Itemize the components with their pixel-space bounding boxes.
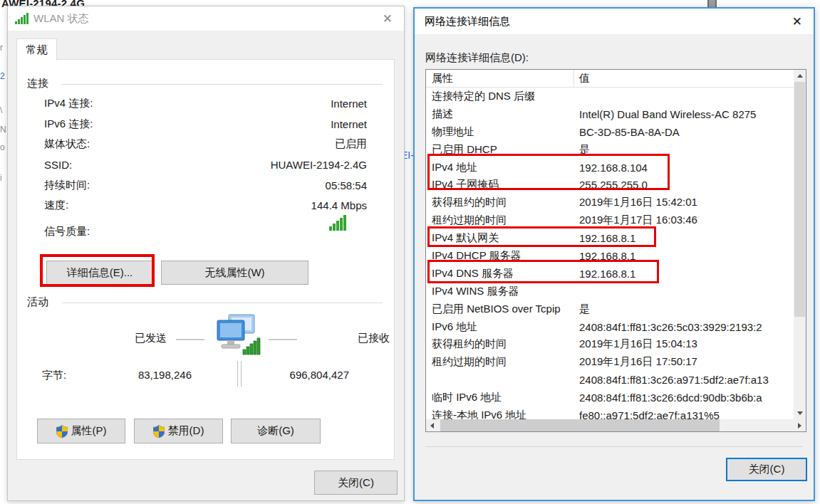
- column-header-value: 值: [574, 72, 590, 85]
- row-property: IPv4 DNS 服务器: [426, 267, 579, 280]
- close-icon[interactable]: ✕: [378, 11, 397, 26]
- status-value: HUAWEI-2194-2.4G: [271, 159, 367, 171]
- horizontal-scrollbar[interactable]: [426, 419, 806, 431]
- status-label: IPv6 连接:: [44, 117, 93, 131]
- status-row: SSID:HUAWEI-2194-2.4G: [44, 154, 367, 175]
- properties-button[interactable]: 属性(P): [37, 419, 125, 443]
- table-row[interactable]: 2408:84f1:ff81:3c26:a971:5df2:ae7f:a13: [426, 371, 794, 389]
- row-property: IPv6 地址: [426, 320, 579, 334]
- table-row[interactable]: IPv4 DHCP 服务器192.168.8.1: [426, 247, 794, 265]
- desktop: AWEI-2194-2.4G EI- r 2 \ N o i WLAN 状态 ✕…: [0, 0, 820, 504]
- details-list-rows: 连接特定的 DNS 后缀描述Intel(R) Dual Band Wireles…: [426, 88, 794, 419]
- row-property: 物理地址: [426, 125, 579, 139]
- row-property: IPv4 DHCP 服务器: [426, 249, 579, 263]
- close-button[interactable]: 关闭(C): [314, 471, 398, 495]
- row-value: 2019年1月16日 15:42:01: [579, 196, 794, 209]
- table-row[interactable]: 租约过期的时间2019年1月17日 16:03:46: [426, 211, 794, 229]
- tab-general[interactable]: 常规: [16, 38, 57, 61]
- status-label: 速度:: [44, 199, 68, 212]
- row-value: 192.168.8.1: [579, 268, 794, 280]
- vertical-scrollbar[interactable]: [794, 70, 806, 419]
- table-row[interactable]: IPv4 默认网关192.168.8.1: [426, 229, 794, 247]
- row-value: fe80::a971:5df2:ae7f:a131%5: [579, 409, 794, 419]
- uac-shield-icon: [56, 425, 68, 438]
- background-edge-fragment: i: [0, 173, 2, 183]
- table-row[interactable]: 描述Intel(R) Dual Band Wireless-AC 8275: [426, 105, 794, 123]
- wireless-properties-button[interactable]: 无线属性(W): [161, 261, 308, 285]
- row-property: 租约过期的时间: [426, 214, 579, 227]
- row-value: 192.168.8.104: [579, 162, 794, 174]
- vertical-scrollbar-thumb[interactable]: [794, 82, 805, 317]
- background-edge-fragment: \: [0, 105, 2, 115]
- table-row[interactable]: 获得租约的时间2019年1月16日 15:42:01: [426, 194, 794, 211]
- row-value: Intel(R) Dual Band Wireless-AC 8275: [579, 108, 794, 120]
- table-row[interactable]: 连接特定的 DNS 后缀: [426, 88, 794, 105]
- table-row[interactable]: IPv6 地址2408:84f1:ff81:3c26:5c03:3929:219…: [426, 318, 794, 336]
- diagnose-button-label: 诊断(G): [257, 424, 294, 438]
- details-list-label: 网络连接详细信息(D):: [425, 51, 529, 65]
- bytes-received-value: 696,804,427: [242, 369, 349, 381]
- status-value: Internet: [331, 118, 367, 130]
- wlan-dialog-title: WLAN 状态: [33, 12, 378, 26]
- table-row[interactable]: 租约过期的时间2019年1月16日 17:50:17: [426, 353, 794, 371]
- properties-button-label: 属性(P): [71, 424, 107, 438]
- connection-group-label: 连接: [27, 77, 48, 90]
- close-icon[interactable]: ✕: [788, 14, 806, 29]
- table-row[interactable]: IPv4 WINS 服务器: [426, 283, 794, 300]
- column-header-property: 属性: [426, 70, 574, 87]
- status-value: 已启用: [335, 137, 367, 151]
- group-separator: [62, 84, 383, 85]
- details-listbox[interactable]: 属性 值 连接特定的 DNS 后缀描述Intel(R) Dual Band Wi…: [425, 69, 806, 432]
- scroll-down-arrow[interactable]: [794, 407, 806, 419]
- row-value: 192.168.8.1: [579, 250, 794, 262]
- status-row: 媒体状态:已启用: [44, 134, 367, 154]
- table-row[interactable]: 物理地址BC-3D-85-BA-8A-DA: [426, 123, 794, 141]
- background-edge-fragment: o: [0, 142, 5, 152]
- row-property: 已启用 NetBIOS over Tcpip: [426, 303, 579, 316]
- signal-quality-icon: [329, 215, 346, 233]
- diagnose-button[interactable]: 诊断(G): [231, 419, 321, 443]
- table-row[interactable]: IPv4 地址192.168.8.104: [426, 159, 794, 177]
- signal-quality-label: 信号质量:: [44, 225, 90, 238]
- details-dialog-titlebar: 网络连接详细信息 ✕: [415, 9, 814, 34]
- received-label: 已接收: [358, 332, 390, 345]
- scroll-up-arrow[interactable]: [794, 70, 806, 82]
- network-computers-icon: [212, 314, 263, 361]
- group-separator: [62, 303, 383, 303]
- status-value: 05:58:54: [326, 179, 367, 191]
- table-row[interactable]: 获得租约的时间2019年1月16日 15:04:13: [426, 335, 794, 353]
- table-row[interactable]: 临时 IPv6 地址2408:84f1:ff81:3c26:6dcd:90db:…: [426, 389, 794, 406]
- row-property: 已启用 DHCP: [426, 143, 579, 157]
- bytes-label: 字节:: [42, 369, 66, 382]
- table-row[interactable]: 已启用 NetBIOS over Tcpip是: [426, 300, 794, 318]
- row-value: 2408:84f1:ff81:3c26:5c03:3929:2193:2: [579, 321, 794, 333]
- background-edge-fragment: 2: [0, 71, 5, 81]
- table-row[interactable]: IPv4 子网掩码255.255.255.0: [426, 176, 794, 194]
- scroll-right-arrow[interactable]: [794, 419, 806, 431]
- row-value: 2408:84f1:ff81:3c26:a971:5df2:ae7f:a13: [579, 374, 794, 386]
- table-row[interactable]: IPv4 DNS 服务器192.168.8.1: [426, 265, 794, 283]
- details-button[interactable]: 详细信息(E)...: [46, 261, 153, 285]
- row-value: 2019年1月16日 15:04:13: [579, 337, 794, 351]
- row-property: 租约过期的时间: [426, 355, 579, 369]
- close-button[interactable]: 关闭(C): [726, 458, 807, 481]
- row-property: 描述: [426, 107, 579, 121]
- status-label: 媒体状态:: [44, 137, 90, 151]
- connection-rows: IPv4 连接:InternetIPv6 连接:Internet媒体状态:已启用…: [44, 93, 367, 216]
- status-row: 持续时间:05:58:54: [44, 175, 367, 196]
- table-row[interactable]: 连接-本地 IPv6 地址fe80::a971:5df2:ae7f:a131%5: [426, 406, 794, 419]
- background-edge-fragment: N: [0, 125, 6, 135]
- background-edge-fragment: r: [0, 43, 3, 53]
- row-property: 获得租约的时间: [426, 196, 579, 209]
- status-label: SSID:: [44, 159, 72, 171]
- horizontal-scrollbar-thumb[interactable]: [440, 419, 720, 431]
- scroll-left-arrow[interactable]: [426, 419, 438, 431]
- table-row[interactable]: 已启用 DHCP是: [426, 141, 794, 159]
- row-value: 2019年1月16日 17:50:17: [579, 355, 794, 369]
- row-value: 2019年1月17日 16:03:46: [579, 214, 794, 227]
- bytes-divider: [237, 361, 242, 387]
- row-value: 是: [579, 303, 794, 316]
- row-value: BC-3D-85-BA-8A-DA: [579, 126, 794, 138]
- status-row: IPv4 连接:Internet: [44, 93, 367, 114]
- disable-button[interactable]: 禁用(D): [134, 419, 223, 443]
